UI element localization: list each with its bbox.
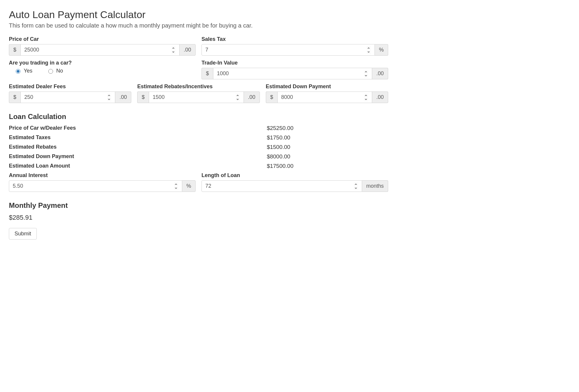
dealer-fees-group: Estimated Dealer Fees $ .00 xyxy=(9,83,131,103)
trade-in-value-label: Trade-In Value xyxy=(201,60,388,66)
months-suffix: months xyxy=(362,180,388,192)
rebates-group: Estimated Rebates/Incentives $ .00 xyxy=(137,83,260,103)
monthly-payment-title: Monthly Payment xyxy=(9,201,388,210)
dollar-prefix: $ xyxy=(9,44,20,56)
trade-in-no-option[interactable]: No xyxy=(47,68,63,74)
trade-in-no-radio[interactable] xyxy=(48,69,53,74)
submit-button[interactable]: Submit xyxy=(9,228,37,240)
calc-label: Estimated Down Payment xyxy=(9,153,267,160)
dollar-prefix: $ xyxy=(201,68,213,79)
trade-in-no-label: No xyxy=(56,68,63,74)
dealer-fees-label: Estimated Dealer Fees xyxy=(9,83,131,90)
rebates-input[interactable] xyxy=(149,91,244,103)
trade-in-value-group: Trade-In Value $ .00 xyxy=(201,60,388,79)
calc-row-down-payment: Estimated Down Payment $8000.00 xyxy=(9,153,388,160)
cents-suffix: .00 xyxy=(244,91,260,103)
trade-in-yes-option[interactable]: Yes xyxy=(14,68,32,74)
monthly-payment-value: $285.91 xyxy=(9,214,388,221)
sales-tax-label: Sales Tax xyxy=(201,36,388,42)
dollar-prefix: $ xyxy=(137,91,149,103)
trade-in-value-input[interactable] xyxy=(213,68,372,79)
rebates-label: Estimated Rebates/Incentives xyxy=(137,83,260,90)
annual-interest-input[interactable] xyxy=(9,180,182,192)
calc-value: $8000.00 xyxy=(267,153,388,160)
calc-row-taxes: Estimated Taxes $1750.00 xyxy=(9,134,388,141)
loan-length-group: Length of Loan months xyxy=(201,172,388,192)
loan-length-input[interactable] xyxy=(201,180,362,192)
down-payment-input[interactable] xyxy=(277,91,372,103)
price-input[interactable] xyxy=(20,44,180,56)
page-title: Auto Loan Payment Calculator xyxy=(9,9,388,20)
calc-row-price-with-fees: Price of Car w/Dealer Fees $25250.00 xyxy=(9,125,388,131)
cents-suffix: .00 xyxy=(180,44,196,56)
calc-value: $25250.00 xyxy=(267,125,388,131)
annual-interest-group: Annual Interest % xyxy=(9,172,196,192)
dollar-prefix: $ xyxy=(9,91,20,103)
trade-in-question-label: Are you trading in a car? xyxy=(9,60,196,66)
price-group: Price of Car $ .00 xyxy=(9,36,196,56)
annual-interest-label: Annual Interest xyxy=(9,172,196,179)
auto-loan-form: Auto Loan Payment Calculator This form c… xyxy=(0,0,397,251)
calc-label: Estimated Loan Amount xyxy=(9,163,267,169)
trade-in-yes-radio[interactable] xyxy=(16,69,20,74)
percent-suffix: % xyxy=(375,44,388,56)
trade-in-question-group: Are you trading in a car? Yes No xyxy=(9,60,196,75)
sales-tax-input[interactable] xyxy=(201,44,375,56)
calc-value: $17500.00 xyxy=(267,163,388,169)
page-subtitle: This form can be used to calculate a how… xyxy=(9,22,388,29)
calc-row-rebates: Estimated Rebates $1500.00 xyxy=(9,144,388,150)
down-payment-label: Estimated Down Payment xyxy=(266,83,388,90)
loan-calculation-title: Loan Calculation xyxy=(9,113,388,121)
dealer-fees-input[interactable] xyxy=(20,91,115,103)
calc-label: Price of Car w/Dealer Fees xyxy=(9,125,267,131)
percent-suffix: % xyxy=(182,180,196,192)
loan-length-label: Length of Loan xyxy=(201,172,388,179)
calc-label: Estimated Rebates xyxy=(9,144,267,150)
calc-row-loan-amount: Estimated Loan Amount $17500.00 xyxy=(9,163,388,169)
cents-suffix: .00 xyxy=(372,91,388,103)
dollar-prefix: $ xyxy=(266,91,277,103)
calc-value: $1500.00 xyxy=(267,144,388,150)
down-payment-group: Estimated Down Payment $ .00 xyxy=(266,83,388,103)
cents-suffix: .00 xyxy=(372,68,388,79)
sales-tax-group: Sales Tax % xyxy=(201,36,388,56)
cents-suffix: .00 xyxy=(115,91,131,103)
trade-in-yes-label: Yes xyxy=(24,68,32,74)
calc-label: Estimated Taxes xyxy=(9,134,267,141)
price-label: Price of Car xyxy=(9,36,196,42)
calc-value: $1750.00 xyxy=(267,134,388,141)
